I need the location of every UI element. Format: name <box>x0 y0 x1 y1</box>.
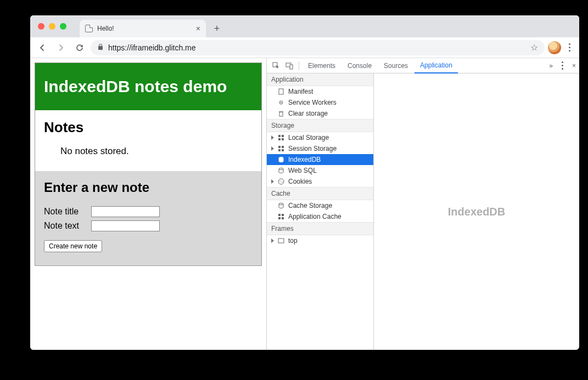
svg-rect-12 <box>278 146 281 148</box>
devtools-tab-bar: Elements Console Sources Application » × <box>267 58 579 73</box>
close-window-button[interactable] <box>38 23 44 30</box>
tab-elements[interactable]: Elements <box>303 58 341 73</box>
forward-button[interactable] <box>53 40 69 55</box>
sidebar-item-clear-storage[interactable]: Clear storage <box>267 108 373 119</box>
devtools-main-panel: IndexedDB <box>374 73 579 350</box>
svg-rect-24 <box>278 217 281 219</box>
sidebar-item-session-storage[interactable]: Session Storage <box>267 143 373 154</box>
browser-window: Hello! × + https://iframeidb.glitch.me ☆ <box>30 15 579 350</box>
svg-point-20 <box>282 182 283 183</box>
device-toolbar-icon[interactable] <box>283 60 295 72</box>
svg-rect-23 <box>282 214 284 216</box>
create-note-button[interactable]: Create new note <box>44 240 102 252</box>
panel-title: IndexedDB <box>448 206 505 218</box>
window-controls <box>38 23 66 30</box>
svg-rect-11 <box>282 138 284 140</box>
url-text: https://iframeidb.glitch.me <box>108 43 196 52</box>
minimize-window-button[interactable] <box>49 23 55 30</box>
svg-rect-14 <box>278 149 281 151</box>
tab-application[interactable]: Application <box>415 58 458 73</box>
tab-console[interactable]: Console <box>342 58 377 73</box>
svg-rect-22 <box>278 214 281 216</box>
empty-message: No notes stored. <box>60 146 253 157</box>
sidebar-item-indexeddb[interactable]: IndexedDB <box>267 154 373 165</box>
database-icon <box>277 202 285 209</box>
tab-sources[interactable]: Sources <box>378 58 413 73</box>
note-text-input[interactable] <box>91 220 160 231</box>
sidebar-item-local-storage[interactable]: Local Storage <box>267 132 373 143</box>
devtools-close-button[interactable]: × <box>572 62 576 70</box>
svg-point-21 <box>279 203 283 205</box>
lock-icon <box>97 44 104 51</box>
cookie-icon <box>277 178 285 185</box>
grid-icon <box>277 213 285 220</box>
sidebar-item-cookies[interactable]: Cookies <box>267 176 373 187</box>
new-note-form: Enter a new note Note title Note text Cr… <box>35 171 261 265</box>
svg-rect-13 <box>282 146 284 148</box>
reload-button[interactable] <box>72 40 87 55</box>
grid-icon <box>277 145 285 152</box>
toolbar: https://iframeidb.glitch.me ☆ <box>30 37 579 58</box>
notes-section: Notes No notes stored. <box>35 110 261 166</box>
svg-point-18 <box>278 179 284 184</box>
section-cache: Cache <box>267 187 373 200</box>
svg-rect-8 <box>278 135 281 137</box>
tab-strip: Hello! × + <box>30 15 579 37</box>
more-tabs-icon[interactable]: » <box>549 62 553 70</box>
sidebar-item-top-frame[interactable]: top <box>267 235 373 246</box>
chrome-menu-button[interactable] <box>564 43 575 52</box>
database-icon <box>277 167 285 174</box>
browser-tab[interactable]: Hello! × <box>80 20 206 37</box>
note-text-label: Note text <box>44 221 87 231</box>
sidebar-item-service-workers[interactable]: Service Workers <box>267 97 373 108</box>
sidebar-item-application-cache[interactable]: Application Cache <box>267 211 373 222</box>
svg-rect-2 <box>290 65 293 69</box>
devtools-menu-button[interactable] <box>557 61 568 70</box>
new-tab-button[interactable]: + <box>209 21 225 36</box>
page-viewport: IndexedDB notes demo Notes No notes stor… <box>30 58 266 350</box>
page-title: IndexedDB notes demo <box>44 77 253 96</box>
page-header: IndexedDB notes demo <box>35 63 261 110</box>
inspect-element-icon[interactable] <box>270 60 282 72</box>
grid-icon <box>277 134 285 141</box>
sidebar-item-websql[interactable]: Web SQL <box>267 165 373 176</box>
svg-rect-15 <box>282 149 284 151</box>
frame-icon <box>277 237 285 245</box>
application-sidebar: Application Manifest Service Workers Cle… <box>267 73 374 350</box>
svg-rect-26 <box>278 239 284 243</box>
svg-rect-25 <box>282 217 284 219</box>
tab-title: Hello! <box>97 25 192 32</box>
svg-rect-9 <box>282 135 284 137</box>
maximize-window-button[interactable] <box>60 23 66 30</box>
notes-heading: Notes <box>44 119 253 136</box>
note-title-input[interactable] <box>91 206 160 217</box>
sidebar-item-cache-storage[interactable]: Cache Storage <box>267 200 373 211</box>
bookmark-star-icon[interactable]: ☆ <box>530 42 538 53</box>
svg-rect-3 <box>279 89 283 94</box>
form-heading: Enter a new note <box>44 180 253 195</box>
devtools-panel: Elements Console Sources Application » ×… <box>266 58 579 350</box>
back-button[interactable] <box>35 40 50 55</box>
content-area: IndexedDB notes demo Notes No notes stor… <box>30 58 579 350</box>
note-title-label: Note title <box>44 207 87 217</box>
database-icon <box>277 156 285 163</box>
sidebar-item-manifest[interactable]: Manifest <box>267 86 373 97</box>
section-storage: Storage <box>267 119 373 132</box>
section-frames: Frames <box>267 222 373 235</box>
profile-avatar[interactable] <box>548 41 561 54</box>
svg-point-19 <box>279 180 281 182</box>
section-application: Application <box>267 73 373 86</box>
svg-rect-6 <box>279 112 283 116</box>
file-icon <box>277 88 285 95</box>
file-icon <box>85 25 93 32</box>
trash-icon <box>277 110 285 117</box>
svg-rect-10 <box>278 138 281 140</box>
svg-point-5 <box>281 102 282 103</box>
close-tab-button[interactable]: × <box>196 24 200 33</box>
gear-icon <box>277 99 285 106</box>
address-bar[interactable]: https://iframeidb.glitch.me ☆ <box>91 40 545 55</box>
svg-point-17 <box>279 168 283 170</box>
